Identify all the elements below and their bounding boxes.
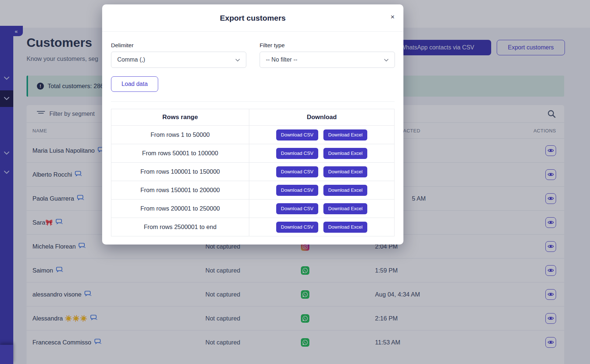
export-range-row: From rows 2500001 to end Download CSV Do… [111, 218, 394, 236]
download-csv-button[interactable]: Download CSV [276, 129, 318, 141]
rows-range-label: From rows 150001 to 200000 [140, 187, 220, 194]
download-excel-button[interactable]: Download Excel [323, 166, 367, 177]
filter-type-select[interactable]: -- No filter -- [260, 52, 395, 68]
export-range-row: From rows 200001 to 250000 Download CSV … [111, 199, 394, 218]
download-excel-button[interactable]: Download Excel [323, 129, 367, 141]
col-header-rows-range: Rows range [111, 109, 249, 125]
rows-range-label: From rows 1 to 50000 [150, 131, 210, 138]
download-csv-button[interactable]: Download CSV [276, 185, 318, 196]
col-header-download: Download [249, 114, 394, 121]
export-range-row: From rows 50001 to 100000 Download CSV D… [111, 144, 394, 162]
export-table-header: Rows range Download [111, 109, 394, 125]
select-chevron-down-icon [384, 56, 389, 63]
download-csv-button[interactable]: Download CSV [276, 222, 318, 233]
rows-range-label: From rows 50001 to 100000 [142, 150, 218, 157]
filter-type-label: Filter type [260, 42, 285, 49]
download-excel-button[interactable]: Download Excel [323, 222, 367, 233]
export-range-row: From rows 100001 to 150000 Download CSV … [111, 162, 394, 181]
download-excel-button[interactable]: Download Excel [323, 148, 367, 159]
export-range-row: From rows 150001 to 200000 Download CSV … [111, 181, 394, 199]
modal-header: Export customers × [102, 4, 403, 32]
filter-selected-value: -- No filter -- [266, 56, 297, 63]
download-excel-button[interactable]: Download Excel [323, 185, 367, 196]
export-customers-modal: Export customers × Delimiter Filter type… [102, 4, 403, 245]
select-chevron-down-icon [235, 56, 240, 63]
modal-divider [111, 101, 395, 102]
delimiter-selected-value: Comma (,) [117, 56, 145, 63]
download-csv-button[interactable]: Download CSV [276, 203, 318, 214]
modal-title: Export customers [220, 14, 286, 22]
load-data-button[interactable]: Load data [111, 76, 158, 92]
export-range-row: From rows 1 to 50000 Download CSV Downlo… [111, 125, 394, 144]
rows-range-label: From rows 2500001 to end [144, 223, 216, 230]
export-ranges-table: Rows range Download From rows 1 to 50000… [111, 109, 395, 236]
modal-close-icon[interactable]: × [391, 13, 395, 20]
rows-range-label: From rows 100001 to 150000 [140, 168, 220, 175]
download-excel-button[interactable]: Download Excel [323, 203, 367, 214]
download-csv-button[interactable]: Download CSV [276, 166, 318, 177]
rows-range-label: From rows 200001 to 250000 [140, 205, 220, 212]
download-csv-button[interactable]: Download CSV [276, 148, 318, 159]
app-window: 1 Custome [0, 0, 590, 364]
delimiter-select[interactable]: Comma (,) [111, 52, 246, 68]
delimiter-label: Delimiter [111, 42, 133, 49]
